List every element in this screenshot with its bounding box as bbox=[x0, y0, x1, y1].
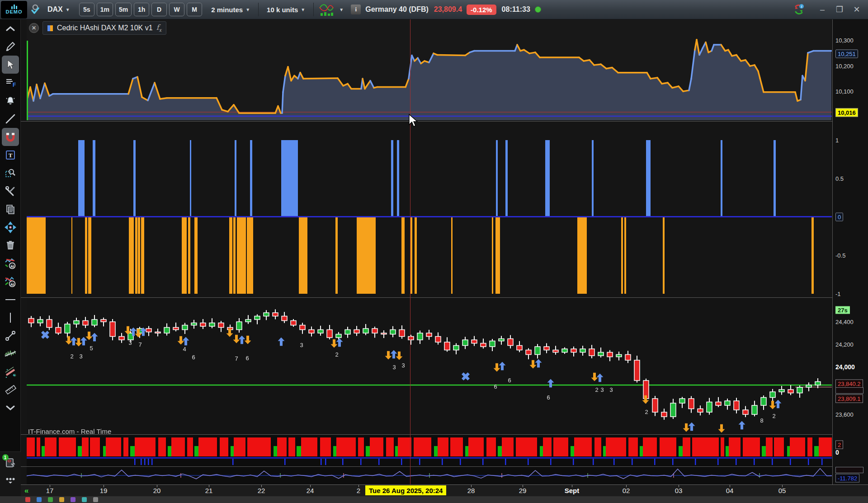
chevron-down-icon: ▼ bbox=[339, 7, 344, 12]
photo-app-icon[interactable] bbox=[59, 497, 64, 502]
workspace-settings-icon[interactable]: 1 bbox=[2, 454, 19, 472]
minimize-button[interactable]: – bbox=[815, 3, 830, 16]
alert-bell-icon[interactable] bbox=[2, 92, 19, 110]
axis-label-0.5: 0.5 bbox=[835, 175, 844, 182]
time-label-21: 21 bbox=[205, 487, 213, 494]
units-selector-dropdown[interactable]: 10 k units▼ bbox=[262, 2, 310, 17]
text-tool-icon[interactable]: T bbox=[2, 146, 19, 164]
chart-style-dropdown[interactable]: ▼ bbox=[336, 2, 346, 17]
time-label-2: 2 bbox=[357, 487, 360, 494]
datafeed-watermark: IT-Finance.com - Real Time bbox=[28, 428, 111, 435]
axis-label-10,100: 10,100 bbox=[835, 88, 854, 95]
drawing-tools-sidebar: FTAIAI✳1 bbox=[0, 19, 21, 496]
live-status-dot bbox=[535, 6, 541, 13]
close-indicator-icon[interactable]: ✕ bbox=[29, 23, 39, 33]
sheet-app-icon[interactable] bbox=[71, 497, 75, 502]
time-label-02: 02 bbox=[623, 487, 630, 494]
panel-oscillator[interactable] bbox=[27, 467, 832, 484]
demo-account-logo[interactable]: DEMO bbox=[1, 1, 27, 19]
crosshair-vertical-line bbox=[410, 19, 410, 484]
chevron-down-icon: ▼ bbox=[245, 7, 250, 12]
order-confirm-icon[interactable] bbox=[28, 2, 42, 17]
more-chevron-down-icon[interactable] bbox=[2, 399, 19, 417]
chevron-down-icon: ▼ bbox=[66, 7, 70, 12]
crosshair-date-tooltip: Tue 26 Aug 2025, 20:24 bbox=[365, 485, 446, 495]
timeframe-button-1h[interactable]: 1h bbox=[134, 3, 149, 16]
copy-duplicate-icon[interactable] bbox=[2, 200, 19, 218]
time-label-24: 24 bbox=[307, 487, 314, 494]
ruler-icon[interactable] bbox=[2, 381, 19, 399]
axis-label-2: 2 bbox=[835, 442, 843, 448]
axis-label-10,251: 10,251 bbox=[835, 51, 858, 57]
sidebar-bottom-group: 1 bbox=[0, 451, 21, 496]
restore-button[interactable]: ❐ bbox=[832, 3, 847, 16]
ai-trend-icon[interactable]: AI bbox=[2, 273, 19, 291]
timeframe-button-1m[interactable]: 1m bbox=[97, 3, 113, 16]
svg-text:T: T bbox=[8, 152, 12, 159]
close-button[interactable]: ✕ bbox=[849, 3, 864, 16]
scroll-left-button[interactable]: « bbox=[24, 486, 28, 495]
chart-app-icon[interactable] bbox=[82, 497, 87, 502]
indicator-tab-button[interactable]: Cedric HAshi DAX M2 10K v1 fx bbox=[42, 21, 166, 35]
pointer-cursor-icon[interactable] bbox=[2, 56, 19, 74]
time-label-05: 05 bbox=[778, 487, 786, 494]
indicator-tab: ✕ Cedric HAshi DAX M2 10K v1 fx bbox=[29, 21, 166, 35]
axis-label-24,400: 24,400 bbox=[835, 319, 854, 325]
chart-style-icon[interactable] bbox=[316, 2, 336, 17]
period-selector-dropdown[interactable]: 2 minutes▼ bbox=[207, 2, 255, 17]
axis-label-23,840.2: 23,840.2 bbox=[835, 381, 863, 387]
zoom-area-icon[interactable] bbox=[2, 164, 19, 182]
os-taskbar bbox=[0, 496, 868, 503]
trash-icon[interactable] bbox=[2, 236, 19, 254]
time-label-28: 28 bbox=[467, 487, 475, 494]
time-label-17: 17 bbox=[46, 487, 54, 494]
axis-label--0.5: -0.5 bbox=[835, 252, 845, 259]
last-price: 23,809.4 bbox=[434, 5, 462, 14]
clock: 08:11:33 bbox=[502, 5, 530, 14]
move-tool-icon[interactable] bbox=[2, 218, 19, 236]
pencil-draw-icon[interactable] bbox=[2, 38, 19, 56]
axis-label-24,000: 24,000 bbox=[835, 363, 855, 371]
price-axis[interactable]: 10,30010,25110,20010,10010,01610.50-0.5-… bbox=[832, 19, 868, 496]
collapse-chevron-up-icon[interactable] bbox=[2, 19, 19, 38]
oscillation-trend-icon[interactable] bbox=[2, 345, 19, 363]
timeframe-button-W[interactable]: W bbox=[169, 3, 184, 16]
timeframe-button-M[interactable]: M bbox=[187, 3, 202, 16]
axis-label-24,200: 24,200 bbox=[835, 341, 854, 348]
time-label-19: 19 bbox=[100, 487, 108, 494]
svg-text:✳: ✳ bbox=[13, 373, 16, 378]
trend-line-icon[interactable] bbox=[2, 110, 19, 128]
time-label-Sept: Sept bbox=[565, 487, 580, 494]
segment-icon[interactable] bbox=[2, 327, 19, 345]
timeframe-button-D[interactable]: D bbox=[151, 3, 167, 16]
pencil-app-icon[interactable] bbox=[25, 497, 30, 502]
file-app-icon[interactable] bbox=[48, 497, 53, 502]
svg-text:F: F bbox=[13, 82, 16, 88]
tools-icon[interactable] bbox=[2, 182, 19, 200]
magnet-snap-icon[interactable] bbox=[2, 128, 19, 146]
timeframe-button-5m[interactable]: 5m bbox=[115, 3, 132, 16]
ai-pattern-icon[interactable]: AI bbox=[2, 254, 19, 273]
horizontal-line-icon[interactable] bbox=[2, 291, 19, 309]
chevron-down-icon: ▼ bbox=[301, 7, 305, 12]
demo-label: DEMO bbox=[6, 9, 23, 14]
vertical-line-icon[interactable] bbox=[2, 309, 19, 327]
instrument-info-button[interactable]: i bbox=[351, 5, 361, 14]
panel-signal-histogram[interactable] bbox=[27, 122, 832, 297]
panel-trend-strip[interactable] bbox=[27, 435, 832, 466]
mic-app-icon[interactable] bbox=[37, 497, 42, 502]
instrument-selector-dropdown[interactable]: DAX▼ bbox=[43, 2, 75, 17]
axis-label-obscured bbox=[835, 467, 863, 473]
time-label-22: 22 bbox=[258, 487, 265, 494]
formula-fx-icon[interactable]: fx bbox=[156, 23, 162, 33]
axis-label-23,600: 23,600 bbox=[835, 411, 854, 418]
tray-expand-icon[interactable] bbox=[93, 497, 98, 502]
window-controls: i – ❐ ✕ bbox=[792, 2, 868, 17]
panel-price-candles[interactable] bbox=[27, 298, 832, 434]
refresh-data-icon[interactable]: i bbox=[792, 2, 806, 17]
timeframe-button-5s[interactable]: 5s bbox=[79, 3, 94, 16]
timeframe-button-group: 5s1m5m1hDWM bbox=[79, 3, 202, 16]
channel-stars-icon[interactable]: ✳ bbox=[2, 363, 19, 381]
more-options-icon[interactable] bbox=[2, 472, 19, 490]
annotation-list-icon[interactable]: F bbox=[2, 74, 19, 92]
